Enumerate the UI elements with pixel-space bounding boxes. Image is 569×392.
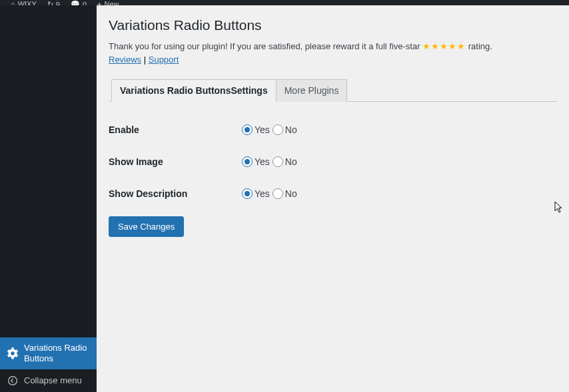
radio-option-no[interactable]: No: [273, 124, 297, 135]
tab-settings[interactable]: Variations Radio ButtonsSettings: [111, 79, 277, 102]
radio-enable-yes[interactable]: [242, 124, 253, 135]
thank-you-notice: Thank you for using our plugin! If you a…: [109, 40, 557, 53]
setting-row-show-image: Show Image Yes No: [109, 146, 557, 178]
radio-label: No: [285, 156, 297, 167]
admin-toolbar: ⌂ WIXY ↻ 9 💬 0 + New: [0, 0, 569, 5]
settings-form: Enable Yes No Show Image: [109, 114, 557, 210]
adminbar-updates-count: 9: [56, 1, 60, 6]
setting-row-enable: Enable Yes No: [109, 114, 557, 146]
refresh-icon: ↻: [47, 0, 53, 5]
radio-group-show-description: Yes No: [242, 188, 297, 199]
plus-icon: +: [97, 0, 101, 5]
notice-links: Reviews | Support: [109, 55, 557, 65]
radio-option-yes[interactable]: Yes: [242, 156, 270, 167]
radio-option-yes[interactable]: Yes: [242, 124, 270, 135]
thank-you-text: Thank you for using our plugin! If you a…: [109, 41, 422, 51]
radio-label: Yes: [255, 188, 270, 199]
support-link[interactable]: Support: [149, 55, 179, 65]
radio-label: Yes: [255, 156, 270, 167]
sidebar-collapse-label: Collapse menu: [24, 375, 82, 386]
adminbar-new[interactable]: + New: [92, 0, 124, 5]
setting-label: Enable: [109, 124, 242, 135]
adminbar-updates[interactable]: ↻ 9: [42, 0, 65, 5]
settings-tabs: Variations Radio ButtonsSettings More Pl…: [109, 79, 557, 102]
setting-label: Show Description: [109, 188, 242, 199]
link-separator: |: [141, 55, 149, 65]
save-button[interactable]: Save Changes: [109, 216, 184, 237]
radio-show-image-yes[interactable]: [242, 156, 253, 167]
radio-label: No: [285, 124, 297, 135]
radio-label: No: [285, 188, 297, 199]
radio-enable-no[interactable]: [273, 124, 283, 135]
gear-icon: [7, 347, 19, 359]
radio-show-desc-yes[interactable]: [242, 188, 253, 199]
setting-label: Show Image: [109, 156, 242, 167]
radio-group-enable: Yes No: [242, 124, 297, 135]
radio-option-yes[interactable]: Yes: [242, 188, 270, 199]
radio-show-desc-no[interactable]: [273, 188, 283, 199]
thank-you-suffix: rating.: [466, 41, 492, 51]
adminbar-site[interactable]: ⌂ WIXY: [5, 0, 42, 5]
radio-label: Yes: [255, 124, 270, 135]
home-icon: ⌂: [11, 0, 15, 5]
admin-sidebar: Variations Radio Buttons Collapse menu: [0, 5, 97, 392]
svg-point-0: [9, 377, 17, 385]
reviews-link[interactable]: Reviews: [109, 55, 141, 65]
sidebar-collapse-menu[interactable]: Collapse menu: [0, 369, 97, 392]
sidebar-item-variations-radio-buttons[interactable]: Variations Radio Buttons: [0, 337, 97, 370]
adminbar-new-label: New: [104, 0, 119, 5]
radio-group-show-image: Yes No: [242, 156, 297, 167]
sidebar-item-label: Variations Radio Buttons: [24, 343, 90, 365]
page-title: Variations Radio Buttons: [109, 17, 557, 33]
tab-more-plugins[interactable]: More Plugins: [276, 79, 348, 102]
radio-show-image-no[interactable]: [273, 156, 283, 167]
setting-row-show-description: Show Description Yes No: [109, 178, 557, 210]
adminbar-comments[interactable]: 💬 0: [65, 0, 92, 5]
collapse-icon: [7, 375, 19, 387]
adminbar-comments-count: 0: [83, 1, 87, 6]
adminbar-site-label: WIXY: [18, 0, 37, 5]
stars-icon: ★★★★★: [422, 41, 466, 51]
main-content: Variations Radio Buttons Thank you for u…: [97, 5, 569, 392]
comment-icon: 💬: [71, 0, 80, 5]
radio-option-no[interactable]: No: [273, 188, 297, 199]
radio-option-no[interactable]: No: [273, 156, 297, 167]
